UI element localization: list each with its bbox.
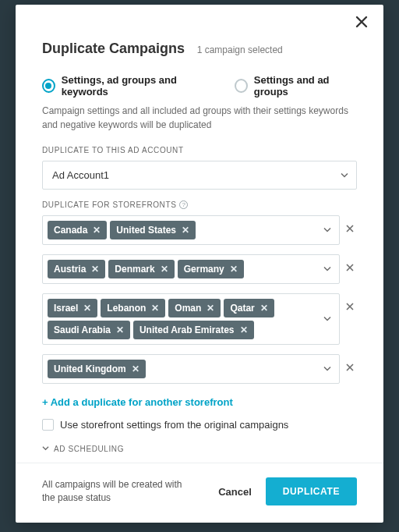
- info-icon[interactable]: ?: [179, 200, 188, 209]
- tag-remove-icon[interactable]: ✕: [151, 303, 159, 313]
- storefront-tag[interactable]: United Arab Emirates✕: [133, 321, 254, 339]
- tag-remove-icon[interactable]: ✕: [230, 264, 238, 274]
- checkbox-label: Use storefront settings from the origina…: [60, 419, 288, 431]
- tag-label: Lebanon: [107, 303, 146, 314]
- storefront-row: Israel✕Lebanon✕Oman✕Qatar✕Saudi Arabia✕U…: [42, 293, 357, 345]
- storefront-row: Austria✕Denmark✕Germany✕: [42, 254, 357, 284]
- tag-label: United States: [116, 225, 176, 236]
- storefront-row: United Kingdom✕: [42, 354, 357, 384]
- storefront-tag[interactable]: Denmark✕: [108, 260, 174, 278]
- remove-row-icon[interactable]: [346, 362, 357, 373]
- storefront-multiselect[interactable]: United Kingdom✕: [42, 354, 340, 384]
- tag-remove-icon[interactable]: ✕: [132, 364, 139, 374]
- storefront-tag[interactable]: Qatar✕: [224, 299, 274, 317]
- tag-remove-icon[interactable]: ✕: [91, 264, 99, 274]
- tag-label: Israel: [54, 303, 78, 314]
- radio-label: Settings and ad groups: [254, 74, 357, 98]
- chevron-down-icon: [323, 225, 331, 236]
- remove-row-icon[interactable]: [346, 301, 357, 312]
- duplicate-campaigns-modal: Duplicate Campaigns 1 campaign selected …: [16, 5, 383, 523]
- duplicate-mode-radio-group: Settings, ad groups and keywords Setting…: [42, 74, 357, 98]
- tag-remove-icon[interactable]: ✕: [260, 303, 268, 313]
- selection-count: 1 campaign selected: [197, 44, 283, 55]
- storefront-row: Canada✕United States✕: [42, 215, 357, 245]
- tag-label: Austria: [54, 264, 86, 275]
- remove-row-icon[interactable]: [346, 262, 357, 273]
- storefront-multiselect[interactable]: Canada✕United States✕: [42, 215, 340, 245]
- modal-title: Duplicate Campaigns: [42, 41, 185, 57]
- storefront-multiselect[interactable]: Israel✕Lebanon✕Oman✕Qatar✕Saudi Arabia✕U…: [42, 293, 340, 345]
- tag-label: Qatar: [230, 303, 254, 314]
- storefront-tag[interactable]: Canada✕: [48, 221, 107, 239]
- tag-remove-icon[interactable]: ✕: [116, 325, 124, 335]
- radio-settings-groups-keywords[interactable]: Settings, ad groups and keywords: [42, 74, 213, 98]
- storefront-tag[interactable]: Austria✕: [48, 260, 105, 278]
- radio-settings-groups[interactable]: Settings and ad groups: [235, 74, 357, 98]
- storefront-rows: Canada✕United States✕Austria✕Denmark✕Ger…: [42, 215, 357, 384]
- mode-description: Campaign settings and all included ad gr…: [42, 104, 357, 132]
- storefront-tag[interactable]: Israel✕: [48, 299, 97, 317]
- add-storefront-link[interactable]: + Add a duplicate for another storefront: [42, 396, 233, 408]
- storefront-tag[interactable]: United Kingdom✕: [48, 360, 146, 378]
- remove-row-icon[interactable]: [346, 223, 357, 234]
- chevron-down-icon: [323, 314, 331, 325]
- chevron-down-icon: [341, 169, 348, 181]
- radio-button-icon: [42, 79, 55, 93]
- tag-label: Germany: [184, 264, 224, 275]
- tag-label: Oman: [175, 303, 201, 314]
- tag-label: United Arab Emirates: [139, 325, 235, 335]
- tag-remove-icon[interactable]: ✕: [161, 264, 168, 274]
- use-original-settings-checkbox[interactable]: Use storefront settings from the origina…: [42, 419, 357, 431]
- chevron-down-icon: [323, 264, 331, 275]
- radio-label: Settings, ad groups and keywords: [62, 74, 213, 98]
- tag-label: Saudi Arabia: [54, 325, 111, 335]
- scheduling-label: AD SCHEDULING: [54, 445, 124, 453]
- radio-button-icon: [235, 79, 248, 93]
- storefront-tag[interactable]: Lebanon✕: [101, 299, 165, 317]
- ad-account-select[interactable]: Ad Account1: [42, 161, 357, 190]
- chevron-down-icon: [42, 445, 49, 453]
- cancel-button[interactable]: Cancel: [218, 486, 252, 498]
- tag-remove-icon[interactable]: ✕: [83, 303, 91, 313]
- storefront-tag[interactable]: Saudi Arabia✕: [48, 321, 130, 339]
- modal-body: Duplicate Campaigns 1 campaign selected …: [16, 5, 383, 463]
- duplicate-button[interactable]: DUPLICATE: [266, 477, 357, 505]
- storefront-multiselect[interactable]: Austria✕Denmark✕Germany✕: [42, 254, 340, 284]
- modal-footer: All campaigns will be created with the p…: [16, 463, 383, 523]
- storefront-tag[interactable]: Oman✕: [168, 299, 221, 317]
- tag-remove-icon[interactable]: ✕: [240, 325, 248, 335]
- tag-label: United Kingdom: [54, 364, 126, 374]
- storefront-tag[interactable]: United States✕: [110, 221, 196, 239]
- tag-label: Denmark: [115, 264, 154, 275]
- tag-remove-icon[interactable]: ✕: [207, 303, 214, 313]
- account-section-label: DUPLICATE TO THIS AD ACCOUNT: [42, 146, 357, 154]
- ad-scheduling-toggle[interactable]: AD SCHEDULING: [42, 445, 357, 453]
- selected-account-value: Ad Account1: [52, 169, 109, 181]
- storefronts-section-label: DUPLICATE FOR STOREFRONTS ?: [42, 200, 357, 209]
- tag-remove-icon[interactable]: ✕: [182, 225, 189, 235]
- footer-note: All campaigns will be created with the p…: [42, 478, 182, 505]
- storefront-tag[interactable]: Germany✕: [178, 260, 244, 278]
- checkbox-icon: [42, 419, 54, 431]
- tag-label: Canada: [54, 225, 87, 236]
- tag-remove-icon[interactable]: ✕: [93, 225, 101, 235]
- chevron-down-icon: [323, 364, 331, 375]
- close-icon[interactable]: [355, 16, 373, 33]
